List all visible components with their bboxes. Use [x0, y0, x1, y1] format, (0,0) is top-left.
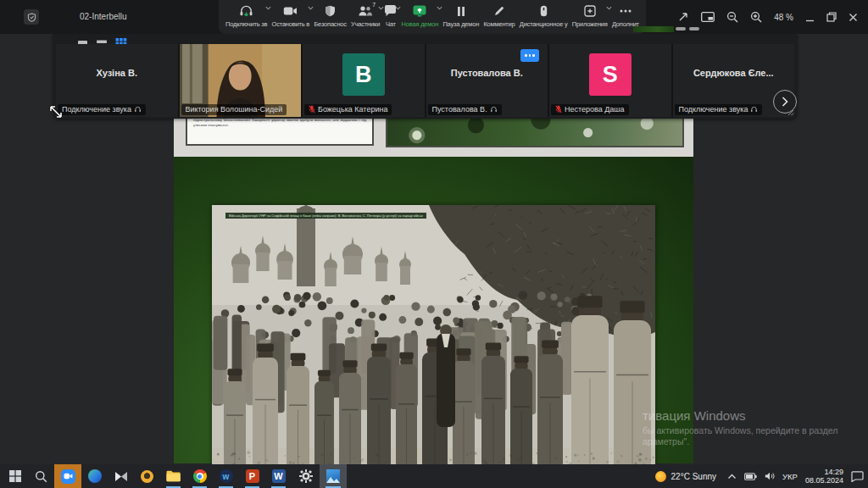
historical-photo-scene: [212, 205, 655, 488]
antivirus-app-icon: [141, 470, 153, 483]
toolbar-label: Приложения: [572, 20, 608, 28]
apps-button[interactable]: Приложения: [570, 0, 609, 34]
sun-icon: [655, 471, 666, 482]
taskbar-chrome-app[interactable]: [186, 464, 213, 488]
pause-icon: [457, 4, 465, 18]
join-audio-button[interactable]: Подключить зв: [224, 0, 269, 34]
close-icon[interactable]: [849, 13, 858, 22]
participant-tile-bozhetska[interactable]: B Божецька Катерина: [303, 44, 425, 117]
audio-connecting-icon: [134, 106, 142, 113]
participants-filmstrip: Хузіна В. Подключение звука: [53, 34, 797, 119]
taskbar-media-app[interactable]: [108, 464, 134, 488]
mouse-cursor: [49, 105, 63, 119]
taskbar-settings-app[interactable]: [292, 464, 320, 488]
taskbar-word-app[interactable]: W: [265, 464, 292, 488]
taskbar-powerpoint-app[interactable]: P: [239, 464, 265, 488]
status-text: Божецька Катерина: [318, 105, 387, 114]
taskbar-file-explorer[interactable]: [160, 464, 186, 488]
new-share-button[interactable]: Новая демон: [400, 0, 441, 34]
avatar: S: [589, 53, 632, 96]
taskbar-apps: w P W: [2, 464, 347, 488]
avatar-letter: B: [355, 62, 372, 88]
status-text: Виктория Волошина-Сидей: [186, 105, 283, 114]
chevron-right-icon: [782, 97, 788, 107]
participant-status-label: Божецька Катерина: [304, 104, 392, 115]
avatar-letter: S: [603, 62, 618, 88]
minimize-icon[interactable]: [805, 13, 815, 22]
participant-status-label: Пустовалова В.: [428, 104, 502, 115]
taskbar-zoom-app[interactable]: [54, 464, 81, 488]
participant-tile-voloshyna[interactable]: Виктория Волошина-Сидей: [180, 44, 302, 117]
avatar: B: [342, 53, 385, 96]
tile-more-button[interactable]: [520, 49, 539, 62]
taskbar-clock[interactable]: 14:29 08.05.2024: [805, 468, 843, 485]
zoom-level[interactable]: 48 %: [774, 13, 793, 22]
mic-muted-icon: [309, 105, 315, 114]
toolbar-label: Участники: [351, 20, 380, 28]
participant-tile-khuzina[interactable]: Хузіна В. Подключение звука: [56, 44, 178, 117]
video-camera-icon: [283, 4, 298, 18]
pip-view-icon[interactable]: [701, 12, 715, 22]
annotate-button[interactable]: Комментир: [481, 0, 516, 34]
toolbar-label: Безопаснос: [314, 20, 347, 28]
chat-button[interactable]: Чат: [382, 0, 398, 34]
participant-tile-pustovalova[interactable]: Пустовалова В. Пустовалова В.: [426, 44, 548, 117]
more-icon: [620, 4, 632, 18]
start-button[interactable]: [2, 464, 28, 488]
meeting-title: 02-Interbellu: [80, 12, 127, 21]
meeting-info-button[interactable]: [24, 9, 39, 25]
participant-status-label: Виктория Волошина-Сидей: [181, 104, 287, 115]
apps-icon: [584, 4, 596, 18]
taskbar-edge-app[interactable]: [81, 464, 108, 488]
participant-name: Сердюкова Єле...: [673, 68, 795, 78]
taskbar-antivirus-app[interactable]: [134, 464, 160, 488]
security-button[interactable]: Безопаснос: [312, 0, 348, 34]
remote-control-button[interactable]: Дистанционное у: [518, 0, 570, 34]
participants-count-badge: 7: [372, 2, 376, 8]
tray-expand-icon[interactable]: [727, 474, 737, 480]
toolbar-label: Новая демон: [402, 20, 439, 28]
participants-button[interactable]: 7 Участники: [349, 0, 381, 34]
participants-icon: 7: [358, 4, 373, 18]
battery-icon[interactable]: [744, 473, 757, 480]
keyboard-language[interactable]: УКР: [782, 472, 798, 481]
participant-status-label: Подключение звука: [58, 104, 146, 115]
participant-name: Пустовалова В.: [426, 68, 548, 78]
action-center-icon[interactable]: [851, 471, 864, 482]
pause-share-button[interactable]: Пауза демон: [441, 0, 481, 34]
toolbar-label: Подключить зв: [225, 20, 267, 28]
file-explorer-icon: [166, 470, 181, 482]
participant-tile-nesterova[interactable]: S Нестерова Даша: [549, 44, 671, 117]
slide-top-band: торкувала їхні права, але до масових реп…: [174, 119, 693, 157]
tray-date: 08.05.2024: [805, 476, 843, 485]
taskbar-photos-app[interactable]: [320, 464, 347, 488]
pencil-icon: [493, 4, 504, 18]
share-screen-icon: [413, 4, 426, 18]
taskbar-search-button[interactable]: [28, 464, 54, 488]
historical-photo: Війська Директорії УНР на Софійській пло…: [212, 205, 655, 488]
audio-connecting-icon: [490, 106, 498, 113]
resize-grip[interactable]: [786, 108, 794, 116]
volume-icon[interactable]: [765, 472, 775, 480]
restore-window-icon[interactable]: [826, 12, 837, 22]
participant-tiles: Хузіна В. Подключение звука: [56, 44, 794, 117]
settings-gear-icon: [299, 469, 313, 483]
fullscreen-icon[interactable]: [677, 11, 689, 23]
zoom-out-icon[interactable]: [726, 11, 738, 23]
stop-video-button[interactable]: Остановить в: [270, 0, 312, 34]
status-text: Подключение звука: [62, 105, 131, 114]
window-drag-dash: [676, 27, 686, 30]
weather-widget[interactable]: 22°C Sunny: [655, 471, 716, 482]
slide-green-background: Війська Директорії УНР на Софійській пло…: [174, 157, 693, 463]
zoom-in-icon[interactable]: [750, 11, 762, 23]
toolbar-label: Остановить в: [272, 20, 310, 28]
windows-logo-icon: [9, 470, 21, 482]
status-text: Подключение звука: [679, 105, 748, 114]
status-text: Пустовалова В.: [432, 105, 487, 114]
media-app-icon: [114, 471, 128, 482]
view-controls: 48 %: [677, 0, 858, 34]
taskbar-w-app[interactable]: w: [213, 464, 239, 488]
toolbar-button-panel: Подключить зв Остановить в Безопаснос: [219, 0, 646, 34]
headset-icon: [239, 4, 253, 18]
photos-app-icon: [326, 469, 340, 483]
